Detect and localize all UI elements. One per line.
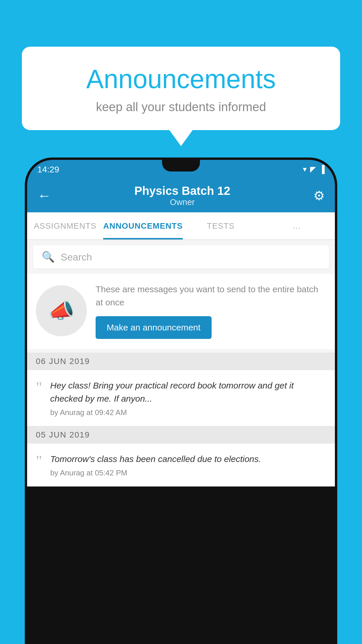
search-icon: 🔍 [42,251,55,263]
announcement-text-2: Tomorrow's class has been cancelled due … [50,452,326,466]
announcement-item-2[interactable]: " Tomorrow's class has been cancelled du… [27,444,335,487]
tab-announcements[interactable]: ANNOUNCEMENTS [103,212,183,239]
signal-icon: ◤ [310,165,316,174]
announcement-item-1[interactable]: " Hey class! Bring your practical record… [27,370,335,426]
announcement-meta-1: by Anurag at 09:42 AM [50,408,326,417]
announcement-text-1: Hey class! Bring your practical record b… [50,379,326,405]
phone-inner: 14:29 ▾ ◤ ▐ ← Physics Batch 12 Owner ⚙ A… [27,160,335,642]
back-button[interactable]: ← [37,189,51,203]
settings-icon[interactable]: ⚙ [313,188,325,203]
tab-more[interactable]: ... [259,212,335,239]
tab-tests[interactable]: TESTS [183,212,259,239]
date-separator-1: 06 JUN 2019 [27,353,335,370]
speech-bubble-subtitle: keep all your students informed [45,100,317,114]
announcement-meta-2: by Anurag at 05:42 PM [50,468,326,477]
quote-icon-2: " [36,454,42,469]
megaphone-circle: 📣 [36,285,87,336]
make-announcement-button[interactable]: Make an announcement [96,316,212,339]
search-placeholder: Search [61,251,92,263]
app-bar-title-block: Physics Batch 12 Owner [134,184,230,207]
status-bar: 14:29 ▾ ◤ ▐ [27,160,335,179]
phone-frame: 14:29 ▾ ◤ ▐ ← Physics Batch 12 Owner ⚙ A… [25,158,337,644]
app-bar-subtitle: Owner [134,197,230,207]
speech-bubble-title: Announcements [45,64,317,94]
speech-bubble-arrow [169,130,193,146]
announcement-content-2: Tomorrow's class has been cancelled due … [50,452,326,477]
intro-right: These are messages you want to send to t… [96,283,326,339]
speech-bubble-container: Announcements keep all your students inf… [22,47,340,146]
megaphone-icon: 📣 [48,298,75,323]
date-separator-2: 05 JUN 2019 [27,426,335,444]
quote-icon-1: " [36,380,42,395]
notch [162,160,200,172]
tab-assignments[interactable]: ASSIGNMENTS [27,212,103,239]
content-area: 🔍 Search 📣 These are messages you want t… [27,240,335,487]
speech-bubble: Announcements keep all your students inf… [22,47,340,130]
wifi-icon: ▾ [303,165,307,174]
intro-description: These are messages you want to send to t… [96,283,326,309]
search-bar[interactable]: 🔍 Search [33,245,329,269]
intro-card: 📣 These are messages you want to send to… [27,274,335,349]
announcement-content-1: Hey class! Bring your practical record b… [50,379,326,417]
app-bar: ← Physics Batch 12 Owner ⚙ [27,179,335,212]
battery-icon: ▐ [319,165,325,174]
tabs-bar: ASSIGNMENTS ANNOUNCEMENTS TESTS ... [27,212,335,240]
status-icons: ▾ ◤ ▐ [303,165,325,174]
app-bar-title: Physics Batch 12 [134,184,230,197]
status-time: 14:29 [37,164,59,174]
